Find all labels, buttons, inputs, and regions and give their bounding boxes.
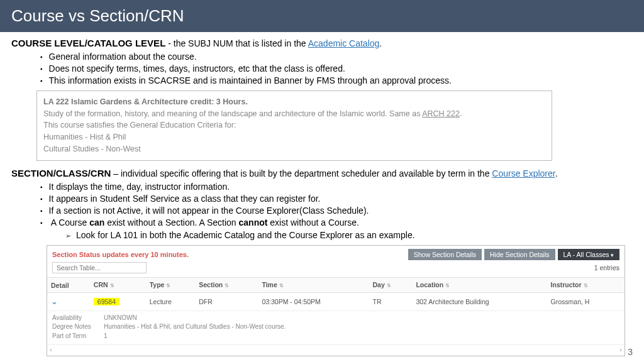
- section-level-heading: SECTION/CLASS/CRN – individual specific …: [11, 167, 633, 180]
- sort-icon: ⇅: [225, 283, 229, 288]
- list-item: This information exists in SCACRSE and i…: [40, 75, 633, 87]
- list-item: General information about the course.: [40, 51, 633, 63]
- horizontal-scrollbar[interactable]: ‹ ›: [47, 344, 625, 356]
- section-table: Detail CRN⇅ Type⇅ Section⇅ Time⇅ Day⇅ Lo…: [47, 277, 625, 310]
- course-level-bold: COURSE LEVEL/CATALOG LEVEL: [11, 38, 165, 48]
- location-value: 302 Architecture Building: [412, 293, 547, 311]
- list-item: Look for LA 101 in both the Academic Cat…: [65, 229, 633, 241]
- academic-catalog-link[interactable]: Academic Catalog: [308, 38, 380, 48]
- catalog-description: Study of the formation, history, and mea…: [43, 108, 545, 120]
- section-level-tail: .: [555, 168, 558, 178]
- col-section[interactable]: Section⇅: [195, 278, 258, 293]
- list-item: If a section is not Active, it will not …: [40, 205, 633, 217]
- page-number: 3: [628, 347, 633, 357]
- sub-bullets: Look for LA 101 in both the Academic Cat…: [65, 229, 633, 241]
- degree-notes-label: Degree Notes: [52, 322, 104, 331]
- section-level-rest: – individual specific offering that is b…: [111, 168, 492, 178]
- class-filter-dropdown[interactable]: LA - All Classes: [558, 249, 619, 260]
- catalog-title-line: LA 222 Islamic Gardens & Architecture cr…: [43, 96, 545, 108]
- col-time[interactable]: Time⇅: [258, 278, 369, 293]
- part-of-term-value: 1: [104, 332, 108, 341]
- time-value: 03:30PM - 04:50PM: [258, 293, 369, 311]
- expand-row-icon[interactable]: ⌄: [51, 297, 58, 306]
- hide-section-details-button[interactable]: Hide Section Details: [484, 249, 555, 260]
- col-day[interactable]: Day⇅: [369, 278, 413, 293]
- list-item: It appears in Student Self Service as a …: [40, 193, 633, 205]
- list-item: A Course can exist without a Section. A …: [40, 217, 633, 242]
- list-item: It displays the time, day, instructor in…: [40, 181, 633, 193]
- gened-intro: This course satisfies the General Educat…: [43, 119, 545, 131]
- instructor-value: Grossman, H: [547, 293, 625, 311]
- sort-icon: ⇅: [166, 283, 170, 288]
- sort-icon: ⇅: [387, 283, 391, 288]
- table-row: ⌄ 69584 Lecture DFR 03:30PM - 04:50PM TR…: [47, 293, 625, 311]
- scroll-right-icon[interactable]: ›: [619, 345, 622, 354]
- gened-line: Cultural Studies - Non-West: [43, 143, 545, 155]
- day-value: TR: [369, 293, 413, 311]
- availability-label: Availability: [52, 314, 104, 322]
- col-type[interactable]: Type⇅: [146, 278, 196, 293]
- col-detail[interactable]: Detail: [47, 278, 90, 293]
- course-explorer-box: Section Status updates every 10 minutes.…: [47, 245, 625, 356]
- crosslist-link[interactable]: ARCH 222: [422, 109, 460, 118]
- col-location[interactable]: Location⇅: [412, 278, 547, 293]
- show-section-details-button[interactable]: Show Section Details: [408, 249, 482, 260]
- row-detail-panel: AvailabilityUNKNOWN Degree NotesHumaniti…: [47, 311, 625, 345]
- course-explorer-link[interactable]: Course Explorer: [492, 168, 555, 178]
- degree-notes-value: Humanities - Hist & Phil, and Cultural S…: [104, 322, 286, 331]
- section-value: DFR: [195, 293, 258, 311]
- section-status-text: Section Status updates every 10 minutes.: [52, 250, 406, 260]
- col-crn[interactable]: CRN⇅: [90, 278, 146, 293]
- crn-value: 69584: [94, 298, 119, 305]
- entries-count: 1 entries: [594, 263, 619, 272]
- catalog-entry-box: LA 222 Islamic Gardens & Architecture cr…: [36, 90, 552, 161]
- sort-icon: ⇅: [110, 283, 114, 288]
- slide-body: COURSE LEVEL/CATALOG LEVEL - the SUBJ NU…: [0, 32, 644, 356]
- list-item: Does not specify terms, times, days, ins…: [40, 63, 633, 75]
- course-level-tail: .: [379, 38, 382, 48]
- part-of-term-label: Part of Term: [52, 332, 104, 341]
- section-level-bold: SECTION/CLASS/CRN: [11, 168, 111, 178]
- col-instructor[interactable]: Instructor⇅: [547, 278, 625, 293]
- search-input[interactable]: [52, 262, 147, 273]
- type-value: Lecture: [146, 293, 196, 311]
- sort-icon: ⇅: [445, 283, 450, 288]
- slide-title: Course vs Section/CRN: [0, 0, 644, 32]
- course-level-rest: - the SUBJ NUM that is listed in the: [165, 38, 308, 48]
- scroll-left-icon[interactable]: ‹: [50, 345, 52, 354]
- availability-value: UNKNOWN: [104, 314, 137, 322]
- course-level-heading: COURSE LEVEL/CATALOG LEVEL - the SUBJ NU…: [11, 37, 633, 50]
- sort-icon: ⇅: [584, 283, 588, 288]
- gened-line: Humanities - Hist & Phil: [43, 131, 545, 143]
- section-level-bullets: It displays the time, day, instructor in…: [40, 181, 633, 241]
- course-level-bullets: General information about the course. Do…: [40, 51, 633, 87]
- sort-icon: ⇅: [279, 283, 284, 288]
